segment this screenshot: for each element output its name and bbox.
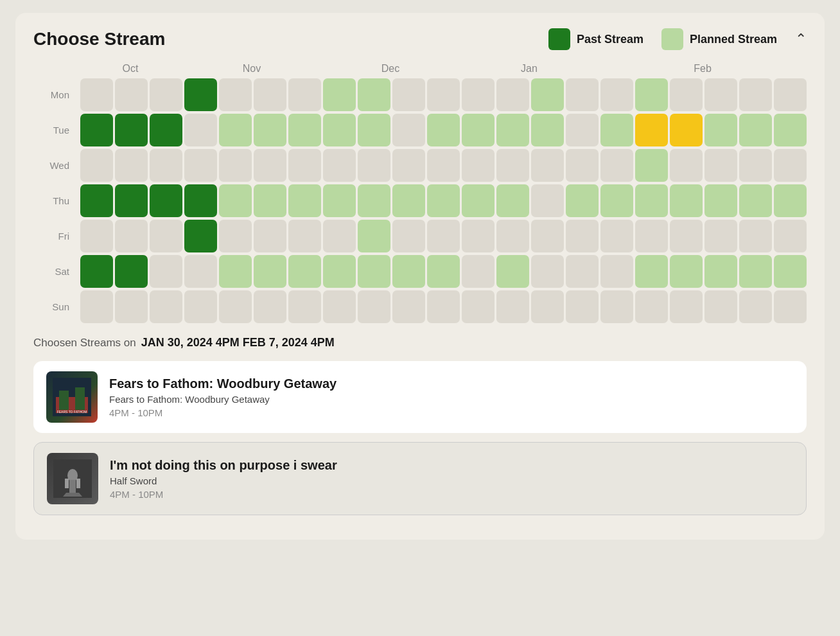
calendar-cell <box>254 290 286 323</box>
calendar-cell <box>150 290 182 323</box>
calendar-cell[interactable] <box>150 114 182 146</box>
svg-rect-10 <box>76 479 80 488</box>
calendar-cell[interactable] <box>774 114 807 146</box>
calendar-cell <box>150 78 182 111</box>
calendar-cell[interactable] <box>219 114 252 146</box>
calendar-cell[interactable] <box>427 114 460 146</box>
calendar-cell <box>704 290 737 323</box>
svg-text:FEARS TO FATHOM: FEARS TO FATHOM <box>57 410 87 414</box>
calendar-cell[interactable] <box>739 184 772 217</box>
calendar-cell[interactable] <box>635 184 668 217</box>
collapse-button[interactable]: ⌃ <box>795 31 807 48</box>
calendar-cell[interactable] <box>496 184 529 217</box>
past-stream-swatch <box>548 28 570 50</box>
calendar-cell[interactable] <box>670 255 703 288</box>
calendar-cell[interactable] <box>150 184 182 217</box>
calendar-cell <box>496 149 529 182</box>
day-label: Sat <box>33 266 78 277</box>
calendar-cell[interactable] <box>496 114 529 146</box>
calendar-cell[interactable] <box>392 255 425 288</box>
calendar-cell[interactable] <box>704 255 737 288</box>
calendar-cell <box>566 149 599 182</box>
calendar-cell[interactable] <box>496 255 529 288</box>
main-container: Choose Stream Past Stream Planned Stream… <box>15 13 825 540</box>
calendar-cell <box>566 114 599 146</box>
calendar-cell[interactable] <box>600 114 633 146</box>
calendar-cell[interactable] <box>462 184 494 217</box>
calendar-cell <box>184 114 217 146</box>
calendar-cell[interactable] <box>600 184 633 217</box>
calendar-cell <box>358 149 390 182</box>
calendar-cell[interactable] <box>739 114 772 146</box>
calendar-cell[interactable] <box>184 220 217 252</box>
calendar-cell[interactable] <box>184 78 217 111</box>
calendar-cell[interactable] <box>635 78 668 111</box>
calendar-cell <box>566 78 599 111</box>
calendar-cell <box>288 78 321 111</box>
calendar-cell[interactable] <box>288 255 321 288</box>
calendar-cell[interactable] <box>670 114 703 146</box>
calendar-cell[interactable] <box>635 255 668 288</box>
calendar-cell <box>392 114 425 146</box>
months-header: OctNovDecJanFeb <box>78 63 807 75</box>
calendar-cell <box>635 290 668 323</box>
calendar-cell[interactable] <box>115 184 148 217</box>
calendar-cell[interactable] <box>358 220 390 252</box>
stream-card[interactable]: FEARS TO FATHOM Fears to Fathom: Woodbur… <box>33 361 807 433</box>
calendar-cell <box>670 290 703 323</box>
calendar-cell[interactable] <box>358 184 390 217</box>
calendar-cell[interactable] <box>358 78 390 111</box>
calendar-cell <box>80 149 113 182</box>
stream-card[interactable]: I'm not doing this on purpose i swearHal… <box>33 442 807 515</box>
calendar-cell[interactable] <box>531 114 564 146</box>
calendar-cell[interactable] <box>219 255 252 288</box>
calendar-cell[interactable] <box>358 114 390 146</box>
calendar-cell[interactable] <box>462 114 494 146</box>
calendar-cell <box>323 149 356 182</box>
calendar-cell[interactable] <box>254 114 286 146</box>
legend-past: Past Stream <box>548 28 643 50</box>
calendar-cell[interactable] <box>704 114 737 146</box>
calendar-cell <box>462 220 494 252</box>
calendar-cell[interactable] <box>184 184 217 217</box>
calendar-cell[interactable] <box>323 184 356 217</box>
calendar-cell[interactable] <box>80 114 113 146</box>
calendar-cell[interactable] <box>670 184 703 217</box>
calendar-cell[interactable] <box>323 114 356 146</box>
calendar-cell[interactable] <box>774 255 807 288</box>
calendar-cell[interactable] <box>704 184 737 217</box>
calendar-cell <box>704 149 737 182</box>
calendar-cell <box>600 220 633 252</box>
calendar-cell <box>115 290 148 323</box>
calendar-cell[interactable] <box>115 255 148 288</box>
calendar-cell <box>739 220 772 252</box>
calendar-cell[interactable] <box>80 184 113 217</box>
header: Choose Stream Past Stream Planned Stream… <box>33 28 807 50</box>
stream-title: Fears to Fathom: Woodbury Getaway <box>109 376 794 391</box>
calendar-cell <box>462 255 494 288</box>
calendar-cell[interactable] <box>427 184 460 217</box>
calendar-cell[interactable] <box>774 184 807 217</box>
legend: Past Stream Planned Stream ⌃ <box>548 28 807 50</box>
calendar-cell[interactable] <box>288 184 321 217</box>
calendar-cell[interactable] <box>115 114 148 146</box>
calendar-cell[interactable] <box>219 184 252 217</box>
calendar-cell[interactable] <box>566 184 599 217</box>
calendar-cell[interactable] <box>288 114 321 146</box>
calendar-cell[interactable] <box>635 149 668 182</box>
calendar-cell[interactable] <box>80 255 113 288</box>
legend-planned: Planned Stream <box>661 28 777 50</box>
calendar-cell[interactable] <box>254 255 286 288</box>
calendar-cell[interactable] <box>254 184 286 217</box>
page-title: Choose Stream <box>33 29 165 49</box>
calendar-cell[interactable] <box>392 184 425 217</box>
calendar-cell[interactable] <box>427 255 460 288</box>
calendar-cell[interactable] <box>323 255 356 288</box>
calendar-cell[interactable] <box>739 255 772 288</box>
stream-info: I'm not doing this on purpose i swearHal… <box>110 458 793 500</box>
calendar-cell[interactable] <box>531 78 564 111</box>
calendar-cell[interactable] <box>358 255 390 288</box>
calendar-cell[interactable] <box>635 114 668 146</box>
calendar-cell[interactable] <box>323 78 356 111</box>
calendar-cell <box>774 220 807 252</box>
